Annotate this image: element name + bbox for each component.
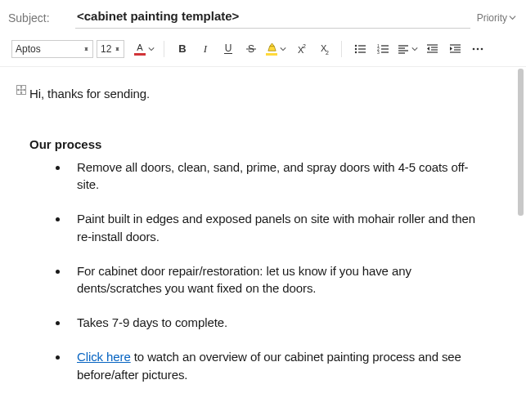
- bullet-list-button[interactable]: [350, 40, 370, 58]
- align-left-icon: [398, 43, 409, 55]
- priority-label: Priority: [477, 12, 507, 24]
- move-icon: [17, 86, 25, 94]
- italic-button[interactable]: I: [196, 40, 215, 58]
- superscript-icon: X2: [294, 43, 307, 55]
- subject-row: Subject: Priority: [0, 0, 526, 32]
- svg-text:3: 3: [377, 50, 380, 55]
- message-body[interactable]: Hi, thanks for sending. Our process Remo…: [0, 67, 518, 415]
- highlight-button[interactable]: [264, 40, 287, 58]
- font-size-value: 12: [101, 43, 111, 55]
- svg-point-11: [354, 45, 356, 47]
- outdent-icon: [426, 43, 438, 55]
- list-item: Remove all doors, clean, sand, prime, an…: [69, 159, 479, 194]
- svg-point-35: [473, 48, 475, 51]
- subscript-button[interactable]: X2: [313, 40, 333, 58]
- underline-button[interactable]: U: [218, 40, 238, 58]
- chevron-down-icon: [411, 46, 419, 52]
- chevron-down-icon: [509, 14, 516, 21]
- strikethrough-icon: S: [245, 43, 257, 55]
- ellipsis-icon: [471, 43, 484, 55]
- svg-text:U: U: [225, 43, 232, 54]
- subscript-icon: X2: [317, 43, 330, 55]
- svg-point-15: [354, 51, 356, 53]
- svg-point-13: [354, 48, 356, 50]
- superscript-button[interactable]: X2: [290, 40, 310, 58]
- font-family-select[interactable]: Aptos ▲▼: [11, 40, 93, 58]
- highlight-icon: [266, 42, 278, 53]
- chevron-down-icon: [279, 46, 287, 52]
- font-color-button[interactable]: A: [133, 40, 155, 58]
- list-item: For cabinet door repair/restoration: let…: [69, 262, 479, 298]
- subject-label: Subject:: [8, 11, 69, 25]
- font-color-swatch: [134, 53, 146, 56]
- indent-icon: [449, 43, 461, 55]
- highlight-color-swatch: [266, 53, 277, 56]
- font-size-select[interactable]: 12 ▲▼: [97, 40, 124, 58]
- table-move-handle[interactable]: [16, 85, 26, 95]
- bullet-list-icon: [354, 43, 366, 55]
- outdent-button[interactable]: [422, 40, 442, 58]
- svg-text:A: A: [137, 42, 143, 52]
- click-here-link[interactable]: Click here: [77, 350, 131, 364]
- svg-point-36: [477, 48, 479, 51]
- svg-text:I: I: [203, 43, 208, 55]
- list-item: Click here to watch an overview of our c…: [69, 348, 479, 384]
- underline-icon: U: [223, 43, 234, 55]
- align-button[interactable]: [396, 40, 419, 58]
- greeting-text: Hi, thanks for sending.: [29, 85, 479, 103]
- subject-input[interactable]: [75, 7, 470, 29]
- italic-icon: I: [200, 43, 211, 55]
- process-heading: Our process: [29, 136, 479, 154]
- svg-point-37: [481, 48, 483, 51]
- list-item: Takes 7-9 days to complete.: [69, 314, 479, 332]
- chevron-down-icon: [147, 46, 155, 52]
- scrollbar-thumb[interactable]: [518, 69, 524, 216]
- numbered-list-icon: 123: [377, 43, 389, 55]
- more-button[interactable]: [468, 40, 488, 58]
- indent-button[interactable]: [445, 40, 465, 58]
- editor-area: Hi, thanks for sending. Our process Remo…: [0, 67, 526, 415]
- numbered-list-button[interactable]: 123: [373, 40, 393, 58]
- process-list: Remove all doors, clean, sand, prime, an…: [49, 159, 479, 384]
- format-toolbar: Aptos ▲▼ 12 ▲▼ A B I U S: [0, 32, 526, 67]
- font-family-value: Aptos: [16, 43, 41, 55]
- svg-text:2: 2: [303, 43, 306, 49]
- bold-button[interactable]: B: [173, 40, 192, 58]
- priority-dropdown[interactable]: Priority: [477, 12, 518, 24]
- separator: [341, 41, 342, 57]
- vertical-scrollbar[interactable]: [518, 67, 526, 415]
- list-item: Paint built in edges and exposed panels …: [69, 210, 479, 246]
- svg-text:2: 2: [326, 50, 329, 55]
- bold-icon: B: [177, 43, 188, 55]
- strikethrough-button[interactable]: S: [241, 40, 261, 58]
- font-color-icon: A: [134, 42, 146, 53]
- separator: [164, 41, 164, 57]
- svg-text:B: B: [178, 43, 186, 55]
